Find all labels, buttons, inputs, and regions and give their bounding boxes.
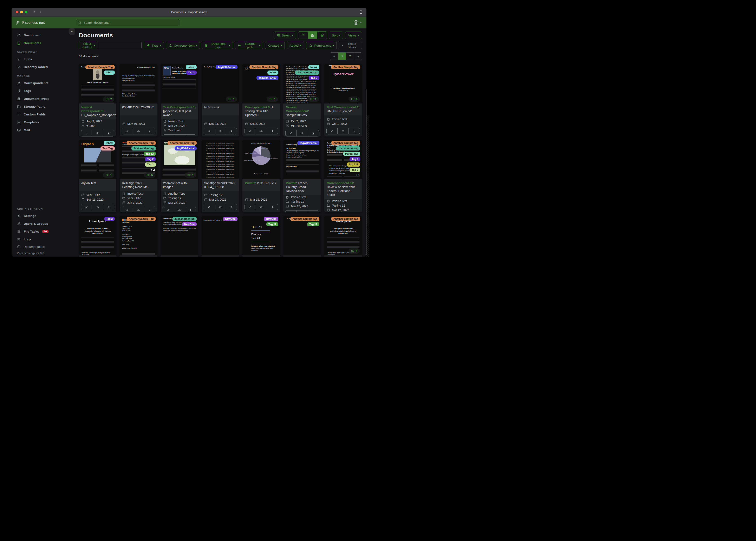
- metadata-row[interactable]: Sep 11, 2022: [81, 197, 114, 202]
- view-button[interactable]: [92, 130, 103, 136]
- tag-pill[interactable]: Another Sample Tag: [290, 217, 319, 221]
- sidebar-item-documents[interactable]: Documents: [12, 39, 76, 47]
- metadata-row[interactable]: Testing 12: [285, 199, 319, 204]
- search-input[interactable]: [83, 21, 178, 25]
- document-thumbnail[interactable]: This is a test Another Sample Tag Tag 12: [283, 216, 321, 255]
- edit-button[interactable]: [163, 207, 174, 212]
- document-title[interactable]: InDesign 2022 Scripting Read Me: [120, 179, 157, 191]
- tag-pill[interactable]: Tag 12: [307, 222, 319, 227]
- app-brand[interactable]: Paperless-ngx: [12, 20, 76, 25]
- view-button[interactable]: [296, 130, 308, 136]
- tag-pill[interactable]: Partial Tag: [343, 152, 360, 156]
- metadata-row[interactable]: Invoice Test: [163, 119, 196, 124]
- sidebar-item-dashboard[interactable]: Dashboard: [12, 31, 76, 39]
- edit-button[interactable]: [286, 211, 296, 212]
- document-card[interactable]: French Country Bread For the Leaven 1 he…: [283, 140, 321, 212]
- document-title[interactable]: 0004814539_20230531: [120, 104, 157, 116]
- tag-pill[interactable]: Another Sample Tag: [331, 217, 360, 221]
- document-thumbnail[interactable]: The SAT Practice Test #1: [242, 216, 280, 255]
- document-title[interactable]: drylab Test: [79, 179, 116, 191]
- download-button[interactable]: [103, 130, 114, 136]
- document-card[interactable]: Contact Sheet Demo Given a set of image …: [161, 216, 198, 257]
- forward-button[interactable]: [39, 11, 42, 14]
- document-title[interactable]: Test Correspondent 1: UM_PPBE_en_v29: [324, 104, 362, 116]
- view-button[interactable]: [174, 135, 185, 137]
- sidebar-item-inbox[interactable]: Inbox: [12, 55, 76, 63]
- sidebar-item-correspondents[interactable]: Correspondents: [12, 79, 76, 87]
- metadata-row[interactable]: Aug 9, 2023: [81, 119, 114, 124]
- filter-correspondent-button[interactable]: Correspondent▾: [166, 42, 200, 49]
- comment-badge[interactable]: 1: [185, 172, 196, 178]
- sidebar-item-logs[interactable]: Logs: [12, 236, 76, 243]
- document-thumbnail[interactable]: This is a multi page document. Page 1. N…: [202, 216, 239, 255]
- document-card[interactable]: Review of of Arbitral Awards Shows Swift…: [324, 140, 362, 212]
- download-button[interactable]: [144, 207, 155, 212]
- document-thumbnail[interactable]: Review of of Arbitral Awards Shows Swift…: [324, 140, 362, 179]
- view-button[interactable]: [92, 204, 103, 210]
- metadata-row[interactable]: Jun 9, 2022: [122, 201, 155, 205]
- tag-pill[interactable]: NewOne: [223, 217, 237, 221]
- tag-pill[interactable]: Tag 222: [347, 163, 360, 167]
- metadata-row[interactable]: Mar 12, 2022: [326, 208, 360, 212]
- view-button[interactable]: [174, 207, 185, 212]
- view-button[interactable]: [133, 207, 144, 212]
- document-title[interactable]: Correspondent 9: 1 Testing New Title Upd…: [242, 104, 280, 119]
- tag-pill[interactable]: Tag 3: [145, 163, 156, 167]
- comment-badge[interactable]: 1: [267, 97, 278, 102]
- edit-button[interactable]: [245, 204, 256, 210]
- sidebar-item-document-types[interactable]: Document Types: [12, 95, 76, 103]
- download-button[interactable]: [185, 207, 196, 212]
- metadata-row[interactable]: #1999: [81, 124, 114, 128]
- download-button[interactable]: [185, 135, 196, 137]
- pagination-first-button[interactable]: «: [330, 53, 338, 60]
- metadata-row[interactable]: Invoice Test: [122, 191, 155, 196]
- document-card[interactable]: Francja pod r NAPOLEON BONAPARTE: [79, 64, 116, 137]
- sidebar-item-templates[interactable]: Templates: [12, 118, 76, 126]
- scrollbar-thumb[interactable]: [366, 89, 366, 255]
- document-card[interactable]: The SAT Practice Test #1: [242, 216, 280, 257]
- view-grid-button[interactable]: [308, 32, 317, 39]
- sort-button[interactable]: Sort▾: [329, 32, 343, 39]
- pagination-page-1[interactable]: 1: [338, 53, 346, 60]
- document-card[interactable]: Country,Region/State," TagWithPartial: [202, 64, 239, 137]
- comment-badge[interactable]: 1: [103, 172, 114, 178]
- document-thumbnail[interactable]: Lorem ipsum Lorem ipsum dolor sit amet, …: [324, 216, 362, 255]
- document-thumbnail[interactable]: Contact Sheet Demo Given a set of image …: [161, 216, 198, 255]
- document-card[interactable]: Drylab In: [79, 140, 116, 212]
- document-thumbnail[interactable]: Adobe This document contains in InDesign…: [120, 140, 157, 179]
- document-card[interactable]: MEDICAL TEACHER Medical Teacher Has the …: [161, 64, 198, 137]
- tag-pill[interactable]: Inbox: [308, 65, 319, 69]
- tag-pill[interactable]: NewOne: [182, 222, 197, 227]
- document-thumbnail[interactable]: MEDICAL TEACHER Medical Teacher Has the …: [161, 64, 198, 104]
- metadata-row[interactable]: Another Type: [163, 191, 196, 196]
- sidebar-item-documentation[interactable]: Documentation: [12, 243, 76, 250]
- download-button[interactable]: [267, 128, 278, 134]
- title-correspondent[interactable]: Newest Correspondent: [81, 105, 104, 113]
- tag-pill[interactable]: Inbox: [186, 65, 197, 69]
- document-card[interactable]: Serial Number,Company Name,Employe 97881…: [283, 64, 321, 137]
- filter-storage-path-button[interactable]: Storage path▾: [235, 42, 263, 49]
- document-thumbnail[interactable]: Patient BP Distribution 2011 Isolated Sy…: [242, 140, 280, 179]
- document-card[interactable]: Boundary Waters Trip: [161, 140, 198, 212]
- sidebar-item-settings[interactable]: Settings: [12, 212, 76, 220]
- edit-button[interactable]: [204, 204, 215, 210]
- tag-pill[interactable]: Tag 2: [350, 157, 360, 161]
- view-button[interactable]: [215, 204, 226, 210]
- view-button[interactable]: [256, 204, 267, 210]
- document-title[interactable]: Newest Correspondent: H7_Napoleon_Bonapa…: [79, 104, 116, 119]
- tag-pill[interactable]: TagWithPartial: [216, 65, 237, 69]
- edit-button[interactable]: [327, 128, 338, 134]
- filter-tags-button[interactable]: Tags▾: [144, 42, 164, 49]
- sidebar-item-file-tasks[interactable]: File Tasks16: [12, 228, 76, 236]
- collapse-sidebar-button[interactable]: «: [69, 28, 75, 35]
- document-card[interactable]: Test Name January 2, 2022 July 14, 1984 …: [120, 216, 157, 257]
- title-correspondent[interactable]: Private: [245, 181, 255, 185]
- metadata-row[interactable]: #112412326: [285, 124, 319, 128]
- document-title[interactable]: Correspondent 14: Review-of-New-York-Fed…: [324, 179, 362, 199]
- download-button[interactable]: [226, 204, 237, 210]
- tag-pill[interactable]: Tag 2: [145, 157, 156, 161]
- tag-pill[interactable]: NewOne: [264, 217, 278, 221]
- pagination-last-button[interactable]: »: [354, 53, 362, 60]
- document-thumbnail[interactable]: one,1.0 five,5.0 Another Sample Tag: [242, 64, 280, 104]
- pagination-page-2[interactable]: 2: [346, 53, 354, 60]
